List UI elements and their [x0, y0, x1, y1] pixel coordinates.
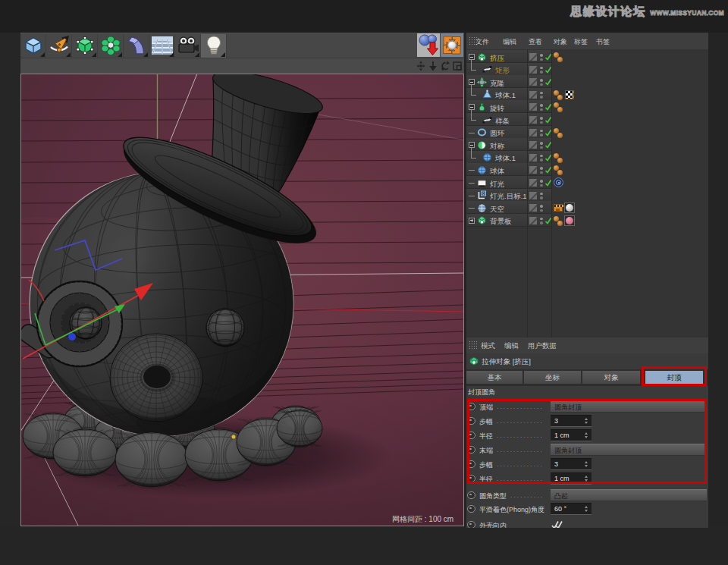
svg-text:0: 0 — [482, 191, 485, 196]
svg-text:网格间距 : 100 cm: 网格间距 : 100 cm — [392, 515, 453, 523]
